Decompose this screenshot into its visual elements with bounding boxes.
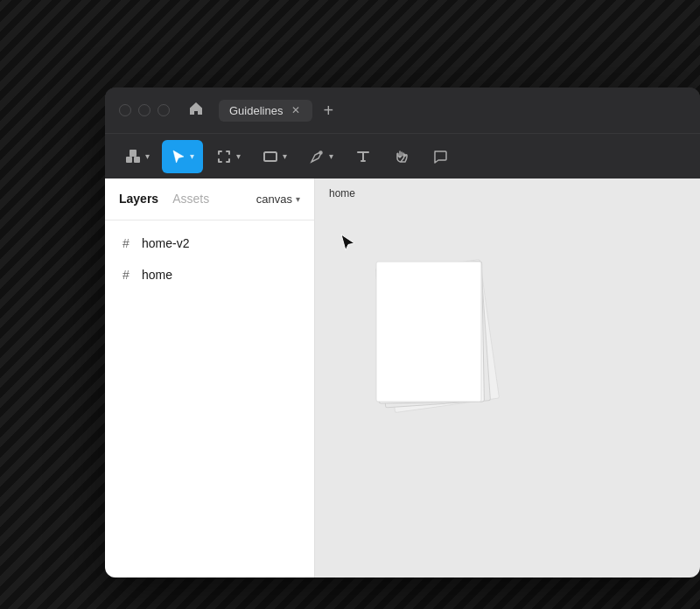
frame-icon: #	[119, 268, 133, 282]
window-close-btn[interactable]	[119, 104, 131, 116]
window-controls	[119, 104, 170, 116]
tab-guidelines[interactable]: Guidelines ✕	[219, 100, 312, 122]
window-minimize-btn[interactable]	[138, 104, 150, 116]
svg-rect-0	[130, 150, 136, 157]
pen-tool-btn[interactable]: ▾	[299, 140, 342, 173]
assets-tab[interactable]: Assets	[172, 192, 209, 207]
layers-tab[interactable]: Layers	[119, 192, 158, 207]
frame-icon: #	[119, 236, 133, 250]
layer-name: home-v2	[142, 236, 189, 250]
select-chevron: ▾	[190, 151, 194, 161]
comment-tool-btn[interactable]	[423, 140, 458, 173]
canvas-area[interactable]: home	[315, 178, 700, 578]
select-tool-btn[interactable]: ▾	[162, 140, 203, 173]
tabs-area: Guidelines ✕ +	[219, 98, 686, 122]
window-maximize-btn[interactable]	[158, 104, 170, 116]
content-area: Layers Assets canvas ▾ # home-v2 # home	[105, 178, 700, 578]
canvas-label: canvas	[256, 192, 292, 206]
frame-chevron: ▾	[236, 151, 241, 161]
text-tool-btn[interactable]	[346, 140, 381, 173]
svg-rect-8	[376, 262, 481, 402]
canvas-chevron-icon: ▾	[296, 194, 300, 204]
frame-tool-btn[interactable]: ▾	[206, 140, 249, 173]
pen-chevron: ▾	[329, 151, 333, 161]
component-tool-btn[interactable]: ▾	[116, 140, 158, 173]
tab-close-btn[interactable]: ✕	[290, 104, 302, 116]
svg-rect-3	[264, 152, 276, 161]
layer-item[interactable]: # home-v2	[105, 228, 314, 259]
panel-header: Layers Assets canvas ▾	[105, 178, 314, 220]
toolbar: ▾ ▾ ▾ ▾ ▾	[105, 133, 700, 178]
add-tab-btn[interactable]: +	[316, 98, 340, 122]
layer-item[interactable]: # home	[105, 259, 314, 290]
tab-label: Guidelines	[229, 104, 283, 117]
layers-panel: Layers Assets canvas ▾ # home-v2 # home	[105, 178, 315, 578]
title-bar: Guidelines ✕ +	[105, 88, 700, 133]
svg-rect-2	[134, 157, 140, 163]
component-chevron: ▾	[145, 151, 150, 161]
rect-tool-btn[interactable]: ▾	[253, 140, 296, 173]
canvas-visual	[315, 205, 700, 578]
canvas-frame-label: home	[329, 187, 355, 200]
svg-rect-1	[126, 157, 132, 163]
layer-name: home	[142, 268, 172, 282]
hand-tool-btn[interactable]	[384, 140, 419, 173]
home-icon[interactable]	[187, 100, 205, 122]
canvas-selector[interactable]: canvas ▾	[256, 192, 300, 206]
app-window: Guidelines ✕ + ▾ ▾	[105, 88, 700, 578]
rect-chevron: ▾	[283, 151, 287, 161]
layers-list: # home-v2 # home	[105, 220, 314, 578]
